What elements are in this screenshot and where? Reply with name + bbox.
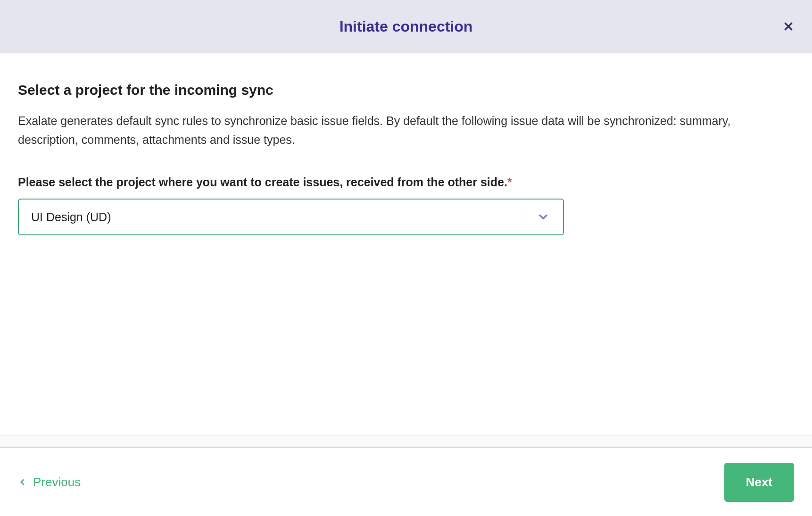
modal-content: Select a project for the incoming sync E…: [0, 53, 812, 448]
section-heading: Select a project for the incoming sync: [18, 82, 794, 98]
next-button[interactable]: Next: [724, 463, 794, 502]
previous-button[interactable]: Previous: [18, 475, 81, 490]
chevron-left-icon: [18, 475, 26, 490]
chevron-down-icon: [537, 210, 550, 224]
modal-title: Initiate connection: [340, 18, 473, 35]
modal-header: Initiate connection: [0, 0, 812, 53]
close-icon[interactable]: [783, 21, 794, 32]
project-select[interactable]: UI Design (UD): [18, 199, 564, 235]
previous-button-label: Previous: [33, 475, 81, 490]
project-select-value: UI Design (UD): [19, 210, 527, 224]
select-divider: [527, 207, 527, 227]
section-description: Exalate generates default sync rules to …: [18, 111, 791, 149]
required-asterisk: *: [507, 175, 512, 189]
project-select-label: Please select the project where you want…: [18, 175, 794, 189]
footer-divider: [0, 435, 812, 448]
project-select-label-text: Please select the project where you want…: [18, 175, 507, 189]
modal-footer: Previous Next: [0, 448, 812, 516]
